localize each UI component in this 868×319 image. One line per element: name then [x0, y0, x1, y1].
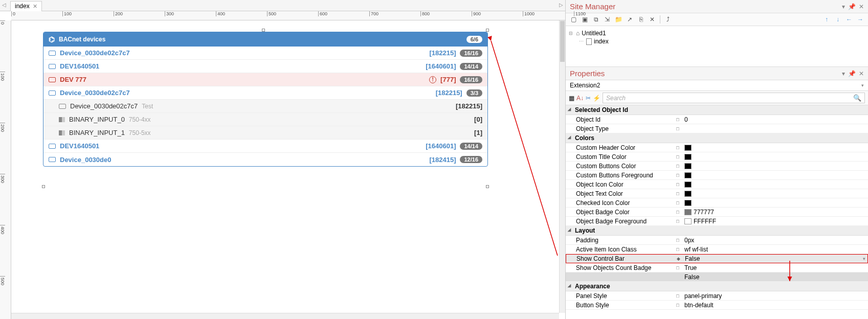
property-row[interactable]: Object Type□: [566, 124, 868, 133]
arrow-left-icon[interactable]: ←: [844, 15, 854, 24]
dropdown-option[interactable]: False: [566, 272, 868, 282]
collapse-icon[interactable]: ⊟: [569, 31, 574, 36]
device-row[interactable]: Device_0030de02c7c7[182215]3/3: [43, 86, 487, 100]
folder-icon[interactable]: 📁: [614, 15, 623, 24]
network-icon: ⌬: [49, 35, 55, 43]
dropdown-icon[interactable]: ▾: [842, 3, 845, 10]
property-value[interactable]: [682, 199, 868, 207]
property-value[interactable]: [682, 172, 868, 179]
tab-nav-left-icon[interactable]: ◁: [2, 2, 6, 8]
close-icon[interactable]: ✕: [859, 70, 864, 77]
copy-icon[interactable]: ⎘: [636, 15, 646, 24]
device-badge: 14/14: [460, 63, 482, 70]
property-category[interactable]: Appearance: [566, 282, 868, 291]
export-icon[interactable]: ⤴: [663, 15, 673, 24]
extension-selector[interactable]: Extension2 ▾: [566, 80, 868, 91]
tree-root[interactable]: ⊟ ⌂ Untitled1: [569, 29, 865, 37]
property-row[interactable]: Custom Title Color□: [566, 152, 868, 162]
selection-handle[interactable]: [42, 185, 45, 188]
device-row[interactable]: Device_0030de0[182415]12/16: [43, 153, 487, 166]
chevron-down-icon[interactable]: ▾: [863, 256, 865, 261]
scrollbar-vertical[interactable]: [559, 20, 565, 313]
property-marker-icon: □: [673, 145, 682, 150]
property-value[interactable]: [682, 128, 868, 129]
property-value[interactable]: wf wf-list: [682, 245, 868, 254]
categorized-icon[interactable]: ▦: [569, 95, 574, 102]
device-row[interactable]: Device_0030de02c7c7[182215]16/16: [43, 47, 487, 60]
selection-handle[interactable]: [486, 185, 489, 188]
color-swatch: [684, 163, 692, 169]
properties-header: Properties ▾ 📌 ✕: [566, 67, 868, 80]
device-row[interactable]: Device_0030de02c7c7 Test[182215]: [43, 100, 487, 113]
tree-child[interactable]: ⋯ index: [569, 37, 865, 45]
property-value[interactable]: [682, 163, 868, 170]
property-value[interactable]: [682, 181, 868, 188]
bacnet-widget[interactable]: ⌬ BACnet devices 6/6 Device_0030de02c7c7…: [43, 32, 488, 167]
property-value[interactable]: panel-primary: [682, 292, 868, 300]
filter-icon[interactable]: ✂: [586, 95, 591, 102]
arrow-down-icon[interactable]: ↓: [833, 15, 842, 24]
property-value[interactable]: 777777: [682, 208, 868, 216]
external-icon[interactable]: ↗: [625, 15, 634, 24]
property-name: Custom Header Color: [566, 144, 673, 152]
tab-nav-right-icon[interactable]: ▷: [559, 2, 563, 8]
device-row[interactable]: DEV1640501[1640601]14/14: [43, 140, 487, 153]
property-row[interactable]: Custom Buttons Foreground□: [566, 171, 868, 180]
dropdown-icon[interactable]: ▾: [842, 70, 845, 77]
property-value[interactable]: 0: [682, 116, 868, 124]
device-row[interactable]: BINARY_INPUT_0 750-4xx[0]: [43, 113, 487, 126]
property-row[interactable]: Show Objects Count Badge□True: [566, 263, 868, 272]
arrow-up-icon[interactable]: ↑: [822, 15, 831, 24]
canvas[interactable]: ⌬ BACnet devices 6/6 Device_0030de02c7c7…: [11, 20, 559, 313]
property-row[interactable]: Object Id□0: [566, 115, 868, 124]
delete-icon[interactable]: ✕: [648, 15, 657, 24]
device-id: [0]: [474, 116, 482, 123]
property-row[interactable]: Object Badge Color□777777: [566, 208, 868, 217]
property-row[interactable]: Custom Header Color□: [566, 143, 868, 152]
color-swatch: [684, 191, 692, 197]
device-row[interactable]: BINARY_INPUT_1 750-5xx[1]: [43, 126, 487, 140]
property-row[interactable]: Panel Style□panel-primary: [566, 291, 868, 301]
property-category[interactable]: Layout: [566, 226, 868, 236]
sort-icon[interactable]: A↓: [576, 95, 584, 102]
arrow-right-icon[interactable]: →: [856, 15, 865, 24]
tab-index[interactable]: index ✕: [10, 1, 42, 11]
property-row[interactable]: Show Control Bar◆False▾: [566, 254, 868, 263]
selection-handle[interactable]: [486, 29, 489, 32]
search-input[interactable]: Search 🔍: [603, 93, 865, 103]
property-row[interactable]: Active Item Icon Class□wf wf-list: [566, 245, 868, 254]
property-row[interactable]: Checked Icon Color□: [566, 198, 868, 208]
events-icon[interactable]: ⚡: [593, 95, 600, 102]
device-row[interactable]: DEV1640501[1640601]14/14: [43, 60, 487, 73]
pin-icon[interactable]: 📌: [848, 3, 856, 10]
property-category[interactable]: Colors: [566, 133, 868, 143]
pin-icon[interactable]: 📌: [848, 70, 856, 77]
property-row[interactable]: Object Icon Color□: [566, 180, 868, 189]
property-row[interactable]: Object Text Color□: [566, 189, 868, 198]
close-icon[interactable]: ✕: [33, 3, 37, 10]
device-icon: [59, 104, 66, 109]
property-value[interactable]: False▾: [683, 255, 867, 263]
property-row[interactable]: Button Style□btn-default: [566, 301, 868, 310]
property-row[interactable]: Padding□0px: [566, 236, 868, 245]
duplicate-icon[interactable]: ⧉: [591, 15, 600, 24]
property-value[interactable]: [682, 144, 868, 151]
device-suffix: Test: [142, 103, 153, 110]
import-icon[interactable]: ⇲: [603, 15, 612, 24]
close-icon[interactable]: ✕: [859, 3, 864, 10]
device-row[interactable]: DEV 777![777]16/16: [43, 73, 487, 86]
property-value[interactable]: True: [682, 264, 868, 272]
property-value[interactable]: [682, 153, 868, 161]
scrollbar-horizontal[interactable]: [11, 313, 559, 319]
property-category[interactable]: Selected Object Id: [566, 105, 868, 115]
property-row[interactable]: Custom Buttons Color□: [566, 162, 868, 171]
tree-root-label: Untitled1: [582, 30, 606, 37]
property-value[interactable]: [682, 190, 868, 197]
tab-label: index: [15, 3, 30, 10]
property-name: Object Badge Foreground: [566, 217, 673, 225]
device-icon: [49, 51, 56, 56]
property-value[interactable]: FFFFFF: [682, 217, 868, 225]
property-row[interactable]: Object Badge Foreground□FFFFFF: [566, 217, 868, 226]
property-value[interactable]: 0px: [682, 236, 868, 244]
property-value[interactable]: btn-default: [682, 301, 868, 309]
